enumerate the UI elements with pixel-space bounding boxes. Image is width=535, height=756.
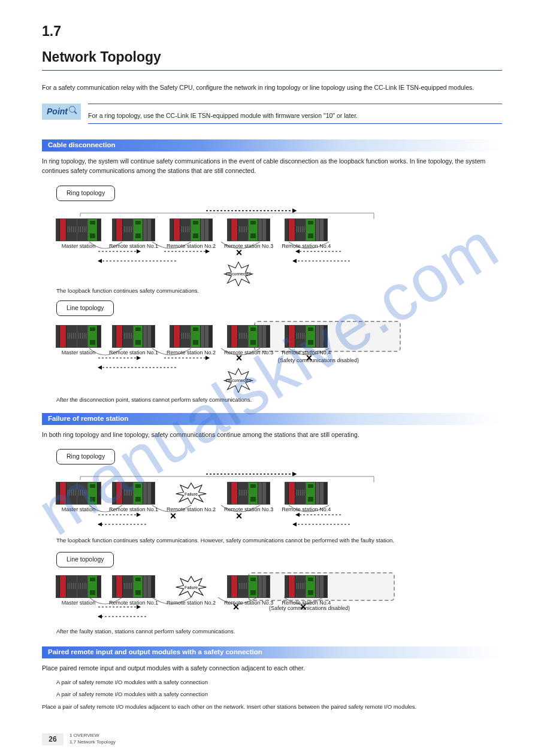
magnifier-icon [69, 107, 77, 116]
remote-module [228, 326, 270, 347]
svg-text:Failure: Failure [185, 585, 198, 590]
diagram-line-failure: Master station Remote station No.1 Failu… [56, 572, 502, 638]
heading-bar-cable: Cable disconnection [42, 139, 502, 151]
paired-desc: Place paired remote input and output mod… [42, 663, 502, 673]
svg-text:Disconnected: Disconnected [226, 272, 251, 276]
point-label: Point [47, 105, 68, 118]
starburst-icon: Failure [174, 576, 208, 597]
remote-module [228, 219, 270, 241]
master-label: Master station [62, 599, 96, 608]
diagram-ring-disconnect: Master station Remote station No.1 Remot… [56, 206, 502, 296]
x-icon: × [236, 508, 243, 524]
starburst-icon: Failure [174, 482, 208, 504]
heading-bar-failure: Failure of remote station [42, 413, 502, 425]
footer-line2: 1.7 Network Topology [69, 739, 116, 745]
remote-label: Remote station No.2 [167, 599, 216, 608]
master-module [56, 219, 101, 241]
remote-module [170, 219, 212, 241]
line-topology-label: Line topology [56, 552, 114, 567]
master-label: Master station [62, 242, 96, 251]
x-icon: × [300, 599, 307, 615]
remote-module [113, 326, 155, 347]
fade-note: (Safety communications disabled) [269, 605, 350, 613]
diagram-caption: The loopback function continues safety c… [56, 287, 199, 295]
remote-label: Remote station No.3 [224, 506, 273, 514]
diagram-caption: After the disconnection point, stations … [56, 396, 252, 404]
failure-desc: In both ring topology and line topology,… [42, 430, 502, 440]
remote-label: Remote station No.3 [224, 599, 273, 608]
ring-topology-label: Ring topology [56, 449, 115, 464]
remote-module [285, 326, 327, 347]
master-label: Master station [62, 506, 96, 514]
fade-note: (Safety communications disabled) [278, 357, 359, 365]
diagram-ring-failure: Master station Remote station No.1 Failu… [56, 469, 502, 547]
remote-label: Remote station No.4 [282, 506, 331, 514]
section-number: 1.7 [42, 21, 502, 42]
cable-desc: In ring topology, the system will contin… [42, 156, 502, 177]
line-topology-label: Line topology [56, 300, 114, 316]
heading-bar-paired: Paired remote input and output modules w… [42, 646, 502, 658]
pair-caption: Place a pair of safety remote I/O module… [42, 702, 502, 711]
svg-text:Disconnected: Disconnected [226, 378, 251, 382]
remote-label: Remote station No.1 [109, 349, 158, 357]
point-badge: Point [42, 104, 81, 120]
master-module [56, 576, 101, 597]
starburst-icon: Disconnected [223, 368, 254, 393]
x-icon: × [233, 599, 240, 615]
remote-label: Remote station No.2 [167, 349, 216, 357]
remote-module [113, 482, 155, 504]
footer-line1: 1 OVERVIEW [69, 732, 116, 739]
remote-label: Remote station No.4 [282, 242, 331, 251]
master-label: Master station [62, 349, 96, 357]
page-content: 1.7 Network Topology For a safety commun… [0, 0, 535, 728]
point-text: For a ring topology, use the CC-Link IE … [88, 111, 502, 121]
x-icon: × [236, 244, 243, 260]
remote-module [285, 576, 327, 597]
page-number: 26 [42, 733, 64, 745]
remote-module [113, 576, 155, 597]
x-icon: × [170, 508, 177, 524]
section-title: Network Topology [42, 47, 502, 68]
remote-module [170, 326, 212, 347]
master-module [56, 482, 101, 504]
diagram-caption: The loopback function continues safety c… [56, 536, 394, 545]
starburst-icon: Disconnected [223, 261, 254, 286]
remote-module [228, 482, 270, 504]
point-callout: Point For a ring topology, use the CC-Li… [42, 104, 502, 131]
remote-module [228, 576, 270, 597]
x-icon: × [306, 350, 313, 366]
point-lines: For a ring topology, use the CC-Link IE … [88, 104, 502, 131]
remote-label: Remote station No.1 [109, 506, 158, 514]
master-module [56, 326, 101, 347]
pair-note: A pair of safety remote I/O modules with… [56, 678, 502, 687]
ring-topology-label: Ring topology [56, 186, 115, 201]
x-icon: × [236, 350, 243, 366]
remote-label: Remote station No.2 [167, 242, 216, 251]
intro-paragraph: For a safety communication relay with th… [42, 83, 502, 93]
remote-module [113, 219, 155, 241]
diagram-line-disconnect: Master station Remote station No.1 Remot… [56, 321, 502, 405]
remote-label: Remote station No.3 [224, 349, 273, 357]
remote-label: Remote station No.3 [224, 242, 273, 251]
remote-label: Remote station No.1 [109, 242, 158, 251]
page-footer: 26 1 OVERVIEW 1.7 Network Topology [42, 732, 502, 745]
diagram-caption: After the faulty station, stations canno… [56, 627, 235, 636]
svg-text:Failure: Failure [185, 491, 198, 497]
pair-note: A pair of safety remote I/O modules with… [56, 690, 502, 699]
remote-module [285, 219, 327, 241]
remote-module [285, 482, 327, 504]
remote-label: Remote station No.1 [109, 599, 158, 608]
section-rule [42, 70, 502, 71]
